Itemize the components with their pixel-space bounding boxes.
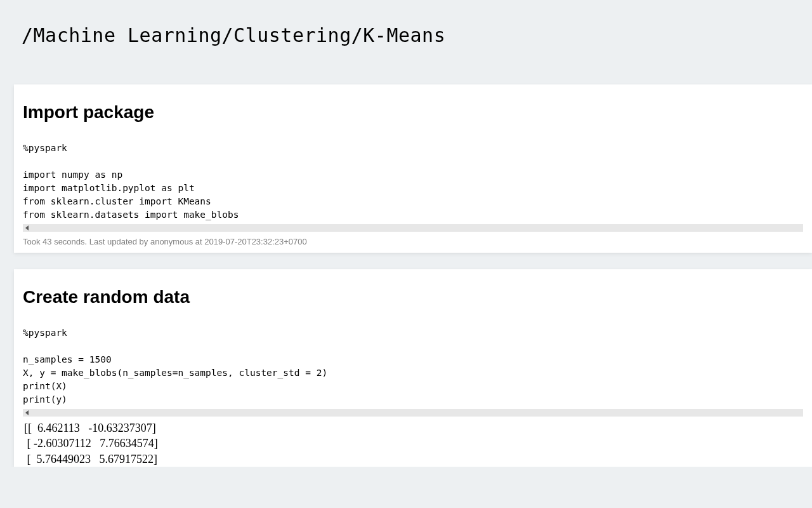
cell-heading: Import package	[23, 102, 803, 123]
horizontal-scrollbar[interactable]	[23, 409, 803, 417]
notebook-content: Import package %pyspark import numpy as …	[14, 84, 812, 467]
scroll-left-icon[interactable]	[25, 225, 29, 231]
scroll-left-icon[interactable]	[25, 410, 29, 415]
cell-output: [[ 6.462113 -10.63237307] [ -2.60307112 …	[23, 417, 803, 467]
cell-heading: Create random data	[23, 287, 803, 307]
notebook-cell[interactable]: Create random data %pyspark n_samples = …	[14, 269, 812, 467]
code-editor[interactable]: %pyspark import numpy as np import matpl…	[23, 142, 803, 222]
notebook-path-title: /Machine Learning/Clustering/K-Means	[0, 0, 812, 46]
horizontal-scrollbar[interactable]	[23, 224, 803, 232]
cell-execution-status: Took 43 seconds. Last updated by anonymo…	[23, 232, 803, 253]
notebook-cell[interactable]: Import package %pyspark import numpy as …	[14, 84, 812, 253]
code-editor[interactable]: %pyspark n_samples = 1500 X, y = make_bl…	[23, 326, 803, 406]
